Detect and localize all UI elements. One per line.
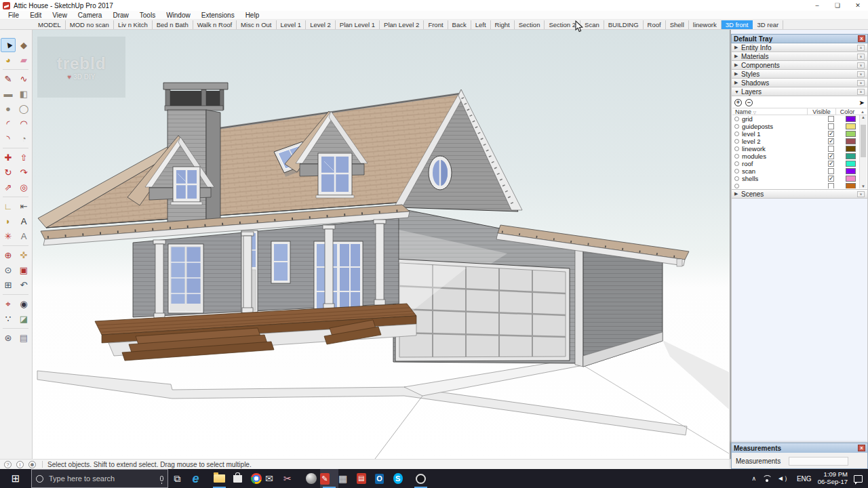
remove-layer-button[interactable]: − <box>745 99 753 106</box>
panel-close-icon[interactable]: × <box>857 54 865 60</box>
zoom-extents-button[interactable]: ⊞ <box>1 278 16 292</box>
layer-visible-checkbox[interactable] <box>828 168 834 174</box>
layer-radio[interactable] <box>734 161 739 166</box>
scene-tab[interactable]: Liv n Kitch <box>114 20 153 29</box>
rotated-rectangle-button[interactable]: ◧ <box>16 87 31 101</box>
task-view-button[interactable]: ⧉ <box>174 469 192 488</box>
scene-tab[interactable]: Misc n Out <box>237 20 276 29</box>
chrome-button[interactable] <box>247 469 265 488</box>
tray-panel-header[interactable]: ▶ Shadows × <box>731 79 868 87</box>
menu-item[interactable]: Extensions <box>196 12 240 19</box>
layer-visible-checkbox[interactable] <box>828 161 834 167</box>
layer-details-icon[interactable]: ➤ <box>859 99 865 106</box>
scene-tab[interactable]: MODEL <box>34 20 66 29</box>
speaker-icon[interactable]: ◄） <box>777 474 791 483</box>
arc-button[interactable]: ◠ <box>16 117 31 131</box>
sep3-button[interactable] <box>1 195 31 199</box>
tray-panel-header[interactable]: ▶ Components × <box>731 61 868 70</box>
push-pull-button[interactable]: ⇧ <box>16 150 31 165</box>
layer-visible-checkbox[interactable] <box>828 183 834 188</box>
sep5-button[interactable] <box>1 293 31 296</box>
layer-row[interactable]: roof <box>732 160 867 167</box>
credits-icon[interactable]: ☻ <box>28 461 36 468</box>
measurements-input[interactable] <box>789 457 848 466</box>
scene-tab[interactable]: Left <box>471 20 491 29</box>
scroll-down-icon[interactable]: ▼ <box>860 184 867 188</box>
clock[interactable]: 1:09 PM 06-Sep-17 <box>818 471 848 486</box>
tray-panel-header[interactable]: ▶ Materials × <box>731 52 868 61</box>
scene-tab[interactable]: Right <box>491 20 515 29</box>
scene-tab[interactable]: Scan <box>580 20 604 29</box>
dimension-button[interactable]: ⇤ <box>16 199 31 214</box>
circle-button[interactable]: ● <box>1 102 16 116</box>
layer-row[interactable]: scan <box>732 167 867 175</box>
scene-tab[interactable]: Bed n Bath <box>153 20 193 29</box>
layer-row[interactable]: modules <box>732 152 867 160</box>
layer-visible-checkbox[interactable] <box>828 131 834 137</box>
file-explorer-button[interactable] <box>210 469 229 488</box>
wifi-icon[interactable] <box>762 475 771 482</box>
sep4-button[interactable] <box>1 244 31 247</box>
store-button[interactable] <box>229 469 247 488</box>
scene-tab[interactable]: BUILDING <box>604 20 644 29</box>
layer-row[interactable]: level 2 <box>732 138 867 145</box>
layer-row[interactable]: shells <box>732 175 867 182</box>
scene-tab[interactable]: 3D front <box>722 20 753 29</box>
layer-radio[interactable] <box>734 154 739 159</box>
offset-button[interactable]: ◎ <box>16 180 31 195</box>
menu-item[interactable]: Help <box>240 12 265 19</box>
tray-title-bar[interactable]: Default Tray x <box>731 34 868 43</box>
panel-close-icon[interactable]: × <box>857 80 865 86</box>
action-center-icon[interactable] <box>854 475 863 483</box>
freehand-button[interactable]: ∿ <box>16 72 31 86</box>
sep2-button[interactable] <box>1 146 31 150</box>
zoom-previous-button[interactable]: ↶ <box>16 278 31 292</box>
menu-item[interactable]: Tools <box>134 12 161 19</box>
layer-radio[interactable] <box>734 117 739 121</box>
tray-panel-header[interactable]: ▶ Styles × <box>731 70 868 79</box>
scrollbar-thumb[interactable] <box>861 125 866 157</box>
scale-button[interactable]: ⇗ <box>1 180 16 195</box>
tray-panel-header-layers[interactable]: ▼ Layers × <box>731 87 868 96</box>
orbit-button[interactable]: ⊕ <box>1 248 16 262</box>
paint-bucket-button[interactable]: ◕ <box>1 53 16 67</box>
language-indicator[interactable]: ENG <box>797 475 812 483</box>
pie-button[interactable]: ◔ <box>16 131 31 146</box>
layer-visible-checkbox[interactable] <box>828 153 834 159</box>
microphone-icon[interactable] <box>160 476 163 481</box>
scene-tab[interactable]: 3D rear <box>753 20 783 29</box>
scene-tab[interactable]: Shell <box>666 20 689 29</box>
scene-tab[interactable]: Level 1 <box>277 20 307 29</box>
outlook-button[interactable]: O <box>375 469 393 488</box>
layer-visible-checkbox[interactable] <box>828 123 834 129</box>
tray-panel-header-scenes[interactable]: ▶ Scenes × <box>731 190 868 199</box>
three-point-arc-button[interactable]: ◝ <box>1 131 16 146</box>
scroll-up-icon[interactable]: ▲ <box>860 115 867 119</box>
geolocation-icon[interactable]: i <box>16 461 24 468</box>
tray-close-icon[interactable]: x <box>858 35 865 42</box>
section-plane-button[interactable]: ◪ <box>16 312 31 326</box>
protractor-button[interactable]: ◗ <box>1 214 16 228</box>
line-button[interactable]: ✎ <box>1 72 16 86</box>
text-button[interactable]: A <box>16 214 31 228</box>
scene-tab[interactable]: Plan Level 2 <box>380 20 424 29</box>
sep1-button[interactable] <box>1 68 31 71</box>
scene-tab[interactable]: linework <box>689 20 722 29</box>
layer-color-swatch[interactable] <box>846 131 856 137</box>
3d-text-button[interactable]: A <box>16 229 31 243</box>
layer-color-swatch[interactable] <box>846 146 856 152</box>
layer-radio[interactable] <box>734 184 739 188</box>
search-box[interactable]: Type here to search <box>31 469 168 488</box>
layer-color-swatch[interactable] <box>846 168 856 174</box>
layer-color-swatch[interactable] <box>846 153 856 159</box>
column-visible[interactable]: Visible <box>808 108 836 115</box>
measurements-close-icon[interactable]: x <box>858 445 865 451</box>
rotate-button[interactable]: ↻ <box>1 165 16 180</box>
tray-panel-header[interactable]: ▶ Entity Info × <box>731 43 868 52</box>
scene-tab[interactable]: Front <box>424 20 448 29</box>
make-component-button[interactable]: ◆ <box>16 38 31 52</box>
select-button[interactable]: ► <box>1 38 16 52</box>
layer-row[interactable] <box>732 182 867 188</box>
walk-button[interactable]: ∵ <box>1 312 16 326</box>
layer-row[interactable]: level 1 <box>732 130 867 138</box>
